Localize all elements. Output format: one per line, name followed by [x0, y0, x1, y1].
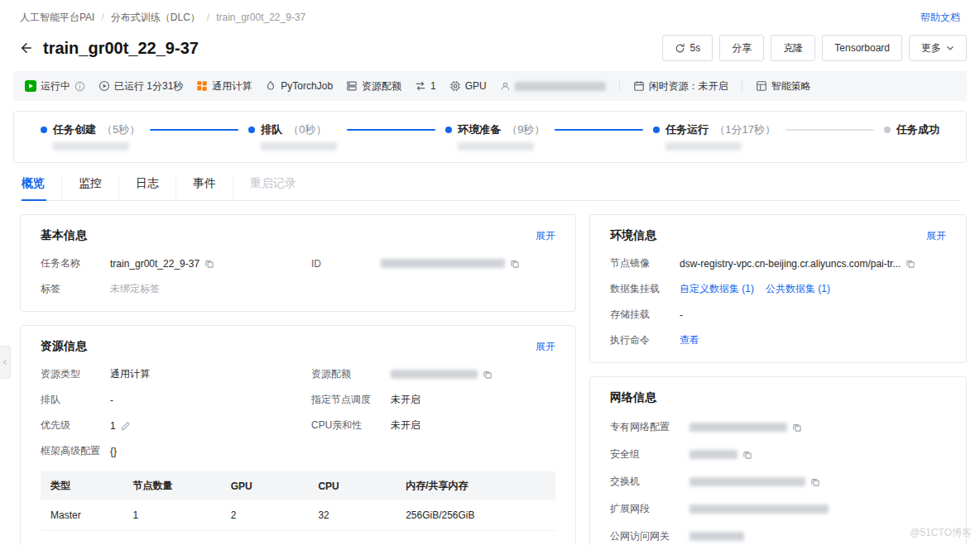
- tab-monitor[interactable]: 监控: [61, 176, 118, 200]
- refresh-interval: 5s: [690, 42, 701, 54]
- timeline-connector: [347, 129, 435, 131]
- node-spec-table: 类型 节点数量 GPU CPU 内存/共享内存 Master 1 2 32 25…: [41, 471, 555, 531]
- job-timeline: 任务创建（5秒） 排队（0秒） 环境准备（9秒） 任务运行（1分17秒） 任务成…: [13, 111, 967, 163]
- cell-gpu: 2: [221, 500, 309, 531]
- timeline-step-duration: （5秒）: [102, 123, 140, 136]
- help-doc-link[interactable]: 帮助文档: [920, 11, 960, 25]
- timeline-step-label: 任务创建: [53, 123, 96, 136]
- share-button[interactable]: 分享: [719, 35, 764, 61]
- breadcrumb-item-pai[interactable]: 人工智能平台PAI: [20, 11, 94, 25]
- env-info-expand-link[interactable]: 展开: [926, 229, 946, 243]
- basic-info-expand-link[interactable]: 展开: [536, 229, 555, 243]
- compute-icon: [196, 80, 208, 92]
- timeline-connector: [555, 129, 643, 131]
- copy-icon[interactable]: [810, 477, 820, 487]
- env-info-card: 环境信息 展开 节点镜像 dsw-registry-vpc.cn-beijing…: [589, 214, 967, 363]
- tensorboard-button[interactable]: Tensorboard: [822, 35, 902, 61]
- quota-icon: [346, 80, 358, 92]
- swap-icon: [415, 80, 426, 92]
- col-memory: 内存/共享内存: [396, 471, 555, 500]
- cell-memory: 256GiB/256GiB: [396, 500, 555, 531]
- redacted-vswitch-value: [689, 477, 805, 486]
- copy-icon[interactable]: [742, 450, 752, 460]
- timeline-step-success: 任务成功: [884, 123, 939, 136]
- resource-type-value: 通用计算: [110, 367, 150, 381]
- tab-restart-records[interactable]: 重启记录: [233, 176, 313, 200]
- tag-value: 未绑定标签: [110, 282, 160, 296]
- status-job-type: PyTorchJob: [265, 80, 333, 92]
- status-smart-policy: 智能策略: [756, 79, 811, 93]
- page-header: train_gr00t_22_9-37 5s 分享 克隆 Tensorboard…: [0, 28, 980, 71]
- custom-dataset-link[interactable]: 自定义数据集 (1): [680, 282, 754, 296]
- page-title: train_gr00t_22_9-37: [43, 39, 199, 58]
- refresh-button[interactable]: 5s: [662, 35, 713, 61]
- status-runtime: 已运行 1分31秒: [98, 79, 183, 93]
- cell-node-count: 1: [123, 500, 221, 531]
- timeline-step-queue: 排队（0秒）: [248, 123, 337, 151]
- more-button[interactable]: 更多: [909, 35, 967, 61]
- resource-info-expand-link[interactable]: 展开: [536, 340, 555, 354]
- redacted-timestamp: [458, 142, 534, 151]
- field-label: 任务名称: [41, 256, 110, 270]
- copy-icon[interactable]: [906, 259, 915, 269]
- field-label: 标签: [41, 282, 110, 296]
- timeline-step-create: 任务创建（5秒）: [41, 123, 140, 151]
- status-gpu-label: GPU: [465, 80, 487, 92]
- play-circle-icon: [98, 80, 110, 92]
- user-icon: [500, 81, 511, 92]
- copy-icon[interactable]: [204, 259, 214, 269]
- timeline-step-env: 环境准备（9秒）: [445, 123, 545, 151]
- field-extended-cidr: 扩展网段: [610, 502, 946, 516]
- status-runtime-label: 已运行 1分31秒: [114, 79, 183, 93]
- chevron-down-icon: [946, 44, 954, 52]
- back-arrow-icon: [19, 41, 34, 55]
- field-label: 安全组: [610, 447, 689, 461]
- panel-collapse-handle[interactable]: [0, 346, 11, 379]
- status-compute-label: 通用计算: [212, 79, 252, 93]
- breadcrumb-item-current: train_gr00t_22_9-37: [216, 12, 305, 23]
- breadcrumb-separator: /: [207, 12, 209, 23]
- clone-button[interactable]: 克隆: [771, 35, 815, 61]
- tab-overview[interactable]: 概览: [20, 176, 61, 200]
- copy-icon[interactable]: [792, 423, 802, 433]
- field-label: CPU亲和性: [311, 418, 391, 433]
- timeline-dot: [41, 127, 47, 133]
- priority-value: 1: [110, 420, 116, 432]
- edit-icon[interactable]: [121, 421, 131, 431]
- status-quota: 资源配额: [346, 79, 401, 93]
- view-command-link[interactable]: 查看: [680, 333, 699, 347]
- tab-logs[interactable]: 日志: [118, 176, 175, 200]
- field-task-name: 任务名称 train_gr00t_22_9-37: [41, 256, 285, 270]
- field-node-scheduling: 指定节点调度 未开启: [311, 393, 555, 407]
- info-icon[interactable]: [74, 81, 85, 92]
- public-dataset-link[interactable]: 公共数据集 (1): [766, 282, 830, 296]
- timeline-step-duration: （1分17秒）: [714, 123, 776, 136]
- status-compute-type: 通用计算: [196, 79, 252, 93]
- redacted-cidr-value: [689, 504, 829, 514]
- copy-icon[interactable]: [510, 259, 520, 269]
- cell-cpu: 32: [308, 500, 396, 531]
- field-public-gateway: 公网访问网关: [610, 529, 946, 543]
- cpu-affinity-value: 未开启: [391, 418, 420, 433]
- policy-icon: [756, 80, 767, 92]
- status-divider: [619, 80, 620, 92]
- field-label: 数据集挂载: [610, 282, 680, 296]
- breadcrumb-item-dlc[interactable]: 分布式训练（DLC）: [111, 11, 200, 25]
- framework-config-value: {}: [110, 446, 117, 457]
- timeline-step-label: 排队: [261, 123, 282, 136]
- field-resource-type: 资源类型 通用计算: [41, 367, 285, 381]
- back-button[interactable]: [15, 36, 38, 60]
- tab-events[interactable]: 事件: [175, 176, 233, 200]
- redacted-id-value: [381, 259, 505, 268]
- timeline-dot: [884, 127, 891, 133]
- field-label: 节点镜像: [610, 256, 680, 270]
- copy-icon[interactable]: [483, 370, 492, 380]
- status-replica-count: 1: [415, 80, 436, 92]
- field-exec-command: 执行命令 查看: [610, 333, 946, 347]
- gpu-chip-icon: [449, 80, 461, 92]
- resource-info-title: 资源信息: [41, 339, 87, 354]
- status-replica-count-label: 1: [430, 80, 436, 92]
- field-label: 框架高级配置: [41, 444, 110, 458]
- redacted-gateway-value: [689, 532, 744, 541]
- status-idle-resource-label: 闲时资源：未开启: [649, 79, 728, 93]
